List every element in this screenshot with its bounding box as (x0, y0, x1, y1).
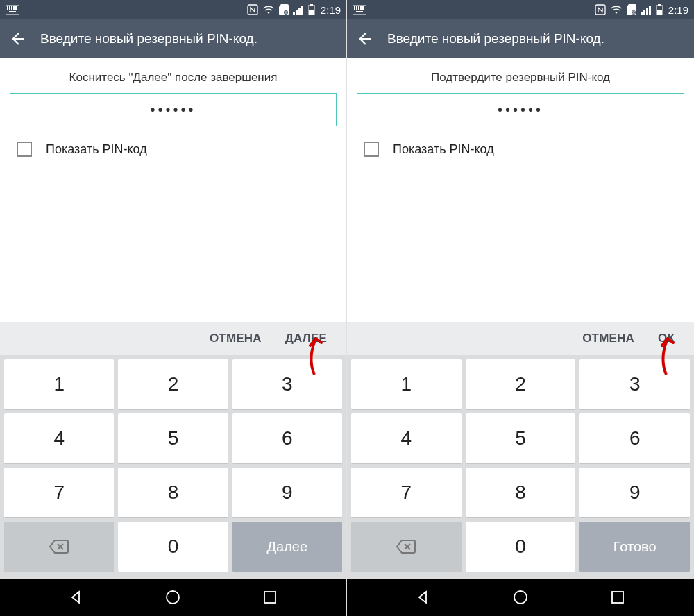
key-1[interactable]: 1 (4, 359, 114, 409)
svg-rect-10 (15, 8, 17, 10)
keyboard-icon (353, 5, 366, 15)
key-0[interactable]: 0 (466, 522, 576, 572)
battery-icon (656, 4, 663, 15)
back-button[interactable] (355, 29, 375, 49)
content-area: Подтвердите резервный PIN-код •••••• Пок… (347, 58, 694, 355)
show-pin-row[interactable]: Показать PIN-код (347, 126, 694, 172)
key-6[interactable]: 6 (232, 413, 342, 463)
key-7[interactable]: 7 (351, 468, 462, 517)
nfc-icon (595, 4, 606, 15)
key-8[interactable]: 8 (466, 468, 576, 517)
svg-rect-7 (9, 8, 10, 10)
svg-rect-27 (360, 6, 362, 8)
key-9[interactable]: 9 (579, 468, 690, 517)
svg-rect-20 (309, 10, 314, 15)
key-5[interactable]: 5 (118, 413, 228, 463)
nav-home-button[interactable] (159, 583, 187, 611)
key-2[interactable]: 2 (118, 359, 228, 409)
action-row: ОТМЕНА ОК (347, 322, 694, 355)
svg-rect-39 (646, 8, 648, 15)
cancel-button[interactable]: ОТМЕНА (582, 332, 634, 345)
svg-rect-43 (657, 10, 662, 15)
svg-rect-34 (356, 11, 363, 12)
key-action[interactable]: Далее (232, 522, 342, 572)
svg-rect-15 (296, 10, 298, 15)
nav-back-button[interactable] (409, 583, 437, 611)
svg-rect-26 (358, 6, 359, 8)
key-8[interactable]: 8 (118, 468, 228, 517)
key-1[interactable]: 1 (351, 359, 462, 409)
numeric-keypad: 1 2 3 4 5 6 7 8 9 0 Готово (347, 355, 694, 579)
next-button[interactable]: ДАЛЕЕ (285, 332, 327, 345)
nav-recent-button[interactable] (604, 583, 632, 611)
numeric-keypad: 1 2 3 4 5 6 7 8 9 0 Далее (0, 355, 346, 579)
sd-card-icon (279, 4, 289, 15)
wifi-icon (262, 5, 275, 15)
wifi-icon (610, 5, 623, 15)
svg-rect-31 (358, 8, 359, 10)
svg-rect-29 (354, 8, 355, 10)
svg-rect-28 (362, 6, 364, 8)
key-5[interactable]: 5 (466, 413, 576, 463)
nav-back-button[interactable] (62, 583, 90, 611)
key-3[interactable]: 3 (232, 359, 342, 409)
nav-recent-button[interactable] (256, 583, 284, 611)
svg-rect-11 (9, 11, 16, 12)
svg-rect-24 (354, 6, 355, 8)
key-backspace[interactable] (4, 522, 114, 572)
status-bar: 2:19 (0, 0, 346, 19)
nav-home-button[interactable] (507, 583, 534, 611)
page-title: Введите новый резервный PIN-код. (40, 31, 257, 46)
key-4[interactable]: 4 (351, 413, 462, 463)
svg-rect-25 (356, 6, 357, 8)
navigation-bar (347, 579, 694, 616)
svg-rect-6 (7, 8, 8, 10)
nfc-icon (247, 4, 258, 15)
back-button[interactable] (8, 29, 28, 49)
battery-icon (308, 4, 315, 15)
key-9[interactable]: 9 (232, 468, 342, 517)
svg-rect-2 (9, 6, 10, 8)
ok-button[interactable]: ОК (658, 332, 675, 345)
svg-rect-9 (13, 8, 15, 10)
pin-masked-value: •••••• (150, 102, 196, 118)
svg-rect-40 (649, 6, 651, 15)
svg-rect-22 (264, 592, 276, 603)
key-7[interactable]: 7 (4, 468, 114, 517)
show-pin-checkbox[interactable] (364, 142, 379, 157)
svg-rect-14 (293, 12, 295, 15)
key-4[interactable]: 4 (4, 413, 114, 463)
pin-input[interactable]: •••••• (10, 93, 337, 126)
instruction-text: Коснитесь "Далее" после завершения (0, 58, 346, 93)
svg-rect-1 (7, 6, 8, 8)
show-pin-label: Показать PIN-код (393, 142, 494, 157)
status-time: 2:19 (321, 4, 341, 16)
svg-rect-30 (356, 8, 357, 10)
svg-rect-4 (13, 6, 15, 8)
svg-rect-17 (301, 6, 303, 15)
page-title: Введите новый резервный PIN-код. (387, 31, 604, 46)
show-pin-checkbox[interactable] (17, 142, 32, 157)
status-bar: 2:19 (347, 0, 694, 19)
svg-rect-45 (612, 592, 623, 603)
key-0[interactable]: 0 (118, 522, 228, 572)
svg-rect-8 (11, 8, 12, 10)
dual-screenshot-container: 2:19 Введите новый резервный PIN-код. Ко… (0, 0, 694, 616)
svg-rect-3 (11, 6, 12, 8)
screen-right: 2:19 Введите новый резервный PIN-код. По… (347, 0, 694, 616)
pin-input[interactable]: •••••• (357, 93, 684, 126)
svg-rect-5 (15, 6, 17, 8)
cancel-button[interactable]: ОТМЕНА (210, 332, 262, 345)
key-3[interactable]: 3 (579, 359, 690, 409)
svg-rect-32 (360, 8, 362, 10)
key-2[interactable]: 2 (466, 359, 576, 409)
key-6[interactable]: 6 (579, 413, 690, 463)
signal-icon (641, 5, 652, 15)
sd-card-icon (627, 4, 636, 15)
content-area: Коснитесь "Далее" после завершения •••••… (0, 58, 346, 355)
show-pin-row[interactable]: Показать PIN-код (0, 126, 346, 172)
keyboard-icon (6, 5, 19, 15)
key-backspace[interactable] (351, 522, 462, 572)
instruction-text: Подтвердите резервный PIN-код (347, 58, 694, 93)
key-action[interactable]: Готово (579, 522, 690, 572)
